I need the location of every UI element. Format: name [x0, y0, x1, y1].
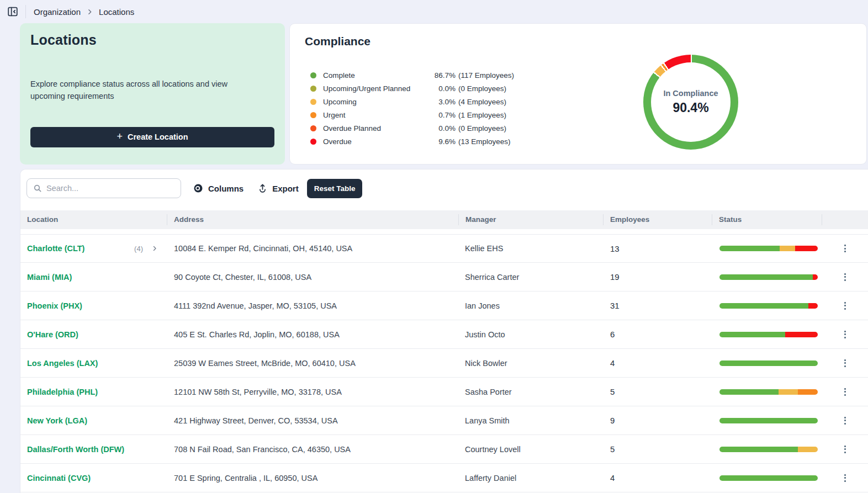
location-cell: Miami (MIA): [20, 273, 167, 282]
legend-item-overdue: Overdue9.6%(13 Employees): [310, 135, 514, 148]
column-header-employees[interactable]: Employees: [603, 214, 712, 225]
kebab-icon: [844, 474, 846, 476]
legend-value-pct: 86.7%: [431, 71, 456, 79]
locations-summary-card: Locations Explore compliance status acro…: [20, 23, 285, 165]
expand-row-button[interactable]: [151, 245, 158, 252]
legend-value-detail: (1 Employees): [458, 111, 506, 119]
manager-cell: Ian Jones: [458, 301, 603, 310]
reset-table-button[interactable]: Reset Table: [307, 179, 363, 198]
table-row: O'Hare (ORD)405 E St. Charles Rd, Joplin…: [20, 320, 868, 349]
location-link[interactable]: Philadelphia (PHL): [27, 388, 98, 396]
sub-location-count: (4): [134, 245, 143, 253]
location-link[interactable]: Los Angeles (LAX): [27, 359, 98, 368]
legend-value-detail: (0 Employees): [458, 124, 506, 132]
columns-label: Columns: [208, 184, 244, 193]
status-bar: [719, 246, 818, 251]
address-cell: 421 Highway Street, Denver, CO, 53534, U…: [167, 416, 458, 425]
status-cell: [712, 303, 822, 309]
row-menu-button[interactable]: [841, 241, 849, 256]
address-cell: 25039 W Eames Street, McBride, MO, 60410…: [167, 359, 458, 368]
employees-cell: 4: [603, 358, 712, 368]
location-link[interactable]: O'Hare (ORD): [27, 330, 78, 339]
table-row: Dallas/Forth Worth (DFW)708 N Fail Road,…: [20, 435, 868, 464]
location-cell: Phoenix (PHX): [20, 301, 167, 310]
manager-cell: Sherrica Carter: [458, 273, 603, 282]
employees-cell: 6: [603, 330, 712, 339]
legend-dot: [310, 125, 316, 131]
location-link[interactable]: Cincinnati (CVG): [27, 474, 91, 483]
row-menu-button[interactable]: [841, 327, 849, 342]
legend-label: Overdue: [323, 137, 431, 146]
status-segment-green: [719, 361, 818, 366]
status-segment-green: [719, 246, 780, 251]
location-cell: O'Hare (ORD): [20, 330, 167, 339]
location-link[interactable]: Phoenix (PHX): [27, 301, 82, 310]
status-segment-red: [808, 303, 818, 309]
employees-cell: 5: [603, 444, 712, 454]
sidebar-collapse-button[interactable]: [6, 4, 20, 19]
status-segment-orange: [798, 389, 818, 395]
compliance-legend: Complete86.7%(117 Employees)Upcoming/Urg…: [310, 68, 514, 148]
status-cell: [712, 246, 822, 251]
status-segment-red: [795, 246, 818, 251]
plus-icon: +: [117, 131, 123, 141]
address-cell: 4111 392nd Avenue, Jasper, MO, 53105, US…: [167, 301, 458, 310]
compliance-donut: In Compliance 90.4%: [643, 55, 738, 150]
breadcrumb-organization[interactable]: Organization: [34, 7, 81, 17]
status-bar: [719, 475, 818, 481]
status-cell: [712, 389, 822, 395]
locations-card-title: Locations: [30, 32, 274, 48]
location-link[interactable]: Charlotte (CLT): [27, 244, 84, 253]
location-link[interactable]: New York (LGA): [27, 416, 87, 425]
employees-cell: 19: [603, 272, 712, 282]
kebab-icon: [844, 388, 846, 390]
row-menu-button[interactable]: [841, 270, 849, 284]
row-menu-button[interactable]: [841, 356, 849, 370]
status-bar: [719, 303, 818, 309]
create-location-button[interactable]: + Create Location: [30, 127, 274, 147]
export-button[interactable]: Export: [256, 180, 301, 197]
row-menu-button[interactable]: [841, 299, 849, 313]
column-header-location[interactable]: Location: [20, 214, 167, 225]
search-input[interactable]: [46, 184, 174, 193]
legend-value-pct: 9.6%: [431, 137, 456, 146]
table-header: LocationAddressManagerEmployeesStatus: [20, 210, 868, 229]
status-cell: [712, 274, 822, 280]
row-menu-button[interactable]: [841, 414, 849, 428]
status-cell: [712, 418, 822, 423]
status-bar: [719, 274, 818, 280]
row-menu-button[interactable]: [841, 385, 849, 399]
table-row: Charlotte (CLT)(4)10084 E. Kemper Rd, Ci…: [20, 234, 868, 263]
status-segment-yellow: [780, 246, 795, 251]
table-body: Charlotte (CLT)(4)10084 E. Kemper Rd, Ci…: [20, 234, 868, 492]
column-header-address[interactable]: Address: [167, 214, 458, 225]
row-menu-button[interactable]: [841, 471, 849, 485]
location-link[interactable]: Dallas/Forth Worth (DFW): [27, 445, 124, 454]
employees-cell: 5: [603, 387, 712, 396]
location-link[interactable]: Miami (MIA): [27, 273, 72, 282]
kebab-icon: [844, 417, 846, 418]
donut-center-value: 90.4%: [673, 100, 708, 115]
status-segment-green: [719, 475, 818, 481]
columns-button[interactable]: Columns: [191, 180, 246, 197]
status-bar: [719, 447, 818, 452]
actions-cell: [822, 442, 868, 457]
row-menu-button[interactable]: [841, 442, 849, 457]
employees-cell: 13: [603, 244, 712, 253]
column-header-status[interactable]: Status: [712, 214, 822, 225]
address-cell: 405 E St. Charles Rd, Joplin, MO, 60188,…: [167, 330, 458, 339]
actions-cell: [822, 356, 868, 370]
top-bar: Organization Locations: [0, 0, 868, 23]
compliance-title: Compliance: [305, 35, 866, 48]
status-segment-red: [785, 332, 818, 337]
location-cell: Philadelphia (PHL): [20, 388, 167, 396]
column-header-manager[interactable]: Manager: [458, 214, 603, 225]
manager-cell: Justin Octo: [458, 330, 603, 339]
kebab-icon: [844, 273, 846, 275]
search-icon: [33, 184, 42, 193]
kebab-icon: [844, 245, 846, 246]
status-segment-yellow: [779, 389, 798, 395]
breadcrumb-locations[interactable]: Locations: [99, 7, 134, 17]
status-segment-green: [719, 389, 779, 395]
legend-dot: [310, 112, 316, 118]
